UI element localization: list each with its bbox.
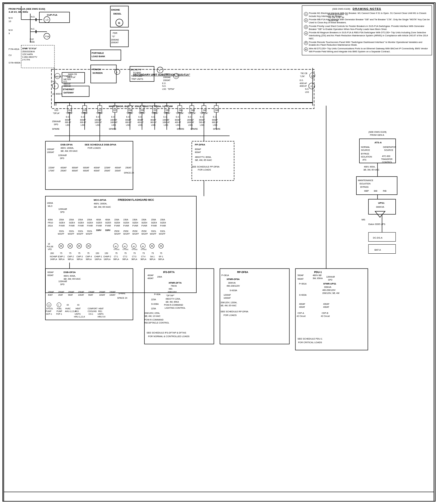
svg-text:96FLA: 96FLA xyxy=(86,258,92,260)
svg-text:TRANSFER: TRANSFER xyxy=(381,158,393,160)
svg-text:FVNR: FVNR xyxy=(114,225,120,227)
svg-text:180FLA: 180FLA xyxy=(95,258,102,260)
svg-text:SIZE5: SIZE5 xyxy=(96,222,102,224)
svg-text:800AF: 800AF xyxy=(126,119,131,121)
svg-text:02B: 02B xyxy=(83,109,87,111)
svg-text:PDU-1: PDU-1 xyxy=(314,271,322,274)
svg-text:400AT: 400AT xyxy=(299,306,306,308)
svg-text:75: 75 xyxy=(60,252,62,254)
svg-text:02D: 02D xyxy=(113,109,117,111)
svg-text:400AF: 400AF xyxy=(60,167,67,169)
svg-text:150AF: 150AF xyxy=(78,291,84,293)
svg-text:G: G xyxy=(118,21,120,24)
svg-text:120KA/Ø: 120KA/Ø xyxy=(58,280,67,282)
svg-text:800AT: 800AT xyxy=(195,151,201,153)
svg-text:300KVA: 300KVA xyxy=(228,282,236,284)
svg-text:FOP-1: FOP-1 xyxy=(56,313,62,315)
svg-text:400AF: 400AF xyxy=(115,167,121,169)
svg-text:BAT-A: BAT-A xyxy=(374,249,381,251)
svg-text:175AT: 175AT xyxy=(48,170,55,172)
svg-text:96FLA: 96FLA xyxy=(158,258,164,260)
svg-text:Z=5.75%: Z=5.75% xyxy=(22,59,30,61)
svg-text:FOR LOADS: FOR LOADS xyxy=(198,168,211,171)
svg-text:6 POLE: 6 POLE xyxy=(123,249,129,250)
svg-text:6 POLE: 6 POLE xyxy=(132,249,138,250)
svg-text:ISOLATION: ISOLATION xyxy=(359,183,371,185)
svg-text:POW-R-COMMAND: POW-R-COMMAND xyxy=(144,319,163,321)
svg-text:1600AT: 1600AT xyxy=(47,151,54,153)
svg-text:4.16kV-480/277V: 4.16kV-480/277V xyxy=(22,56,37,58)
svg-text:1600AF: 1600AF xyxy=(110,119,117,121)
svg-text:150AF: 150AF xyxy=(68,291,74,293)
svg-text:150A: 150A xyxy=(69,219,74,221)
svg-text:FROM GEN A: FROM GEN A xyxy=(370,134,384,136)
svg-text:COMFORT: COMFORT xyxy=(88,307,98,310)
svg-text:240FLA: 240FLA xyxy=(50,258,57,260)
svg-text:3R: 3R xyxy=(142,245,144,247)
from-psg-voltage: 4.16 kV, 3Ø, 60Hz xyxy=(8,11,28,13)
svg-text:10: 10 xyxy=(8,20,11,23)
svg-text:CWP-2: CWP-2 xyxy=(67,255,74,258)
svg-text:90AT: 90AT xyxy=(88,294,93,296)
svg-text:1600A: 1600A xyxy=(47,202,53,204)
svg-text:150A: 150A xyxy=(151,219,156,221)
svg-text:75: 75 xyxy=(115,252,118,254)
svg-text:150AF: 150AF xyxy=(109,291,116,293)
svg-text:XFMR-UPS1: XFMR-UPS1 xyxy=(323,282,336,285)
svg-text:480V, 600A,: 480V, 600A, xyxy=(364,166,375,168)
svg-text:FVNR: FVNR xyxy=(87,225,93,227)
svg-text:CWP-4: CWP-4 xyxy=(86,255,92,258)
svg-text:150: 150 xyxy=(105,252,108,254)
svg-text:208/120V, 1200A,: 208/120V, 1200A, xyxy=(221,301,237,304)
svg-text:FVNR: FVNR xyxy=(59,225,65,227)
svg-text:SPD: SPD xyxy=(54,123,58,125)
svg-text:250AT: 250AT xyxy=(104,170,111,172)
svg-text:96FLA: 96FLA xyxy=(77,258,83,260)
svg-text:FREEDOM FLASHGARD MCC: FREEDOM FLASHGARD MCC xyxy=(118,198,154,201)
svg-text:FVNR: FVNR xyxy=(78,225,84,227)
svg-text:RIB: RIB xyxy=(383,190,387,192)
svg-text:480V, 600A,: 480V, 600A, xyxy=(64,275,76,277)
svg-text:01D: 01D xyxy=(54,109,58,111)
svg-text:400AT: 400AT xyxy=(147,277,154,279)
svg-text:6 POLE: 6 POLE xyxy=(114,249,120,250)
svg-text:SPACE 2X: SPACE 2X xyxy=(117,297,128,299)
svg-text:SECONDARY UNIT SUBSTATION "SUS: SECONDARY UNIT SUBSTATION "SUS-F1A" xyxy=(133,73,190,76)
svg-text:75: 75 xyxy=(69,252,71,254)
svg-text:SPARE: SPARE xyxy=(177,128,184,130)
svg-text:CDP-A: CDP-A xyxy=(298,312,304,314)
svg-text:FR10: FR10 xyxy=(48,222,53,224)
svg-text:LIGHTING CONTROL: LIGHTING CONTROL xyxy=(165,307,185,309)
svg-text:VFD: VFD xyxy=(48,248,52,250)
svg-text:"DF5A": "DF5A" xyxy=(168,88,175,90)
svg-text:480V, 1600A,: 480V, 1600A, xyxy=(60,147,74,149)
svg-text:600AF: 600AF xyxy=(83,167,90,169)
svg-text:SSOL: SSOL xyxy=(87,230,93,232)
svg-text:S=833A: S=833A xyxy=(299,294,307,296)
svg-text:208/120V: 208/120V xyxy=(168,291,177,293)
svg-text:208/120V, 3Ø, 4W: 208/120V, 3Ø, 4W xyxy=(322,292,339,294)
svg-text:PORTABLE: PORTABLE xyxy=(92,52,104,54)
svg-text:LO: LO xyxy=(175,75,178,78)
svg-text:HRU-5-9: HRU-5-9 xyxy=(98,316,106,318)
svg-text:4000 AT: 4000 AT xyxy=(64,83,71,85)
svg-text:400A: 400A xyxy=(48,219,53,221)
svg-text:ISOLATION: ISOLATION xyxy=(361,156,372,158)
svg-text:FUEL: FUEL xyxy=(57,307,62,310)
svg-text:250AT: 250AT xyxy=(60,170,67,172)
svg-text:AHU-1,2,3,4: AHU-1,2,3,4 xyxy=(65,310,76,312)
svg-text:03B: 03B xyxy=(140,109,144,111)
svg-text:S=208A: S=208A xyxy=(151,303,159,305)
svg-text:REJ.: REJ. xyxy=(75,310,79,312)
svg-text:N.O.: N.O. xyxy=(162,85,166,87)
svg-text:3Ø, 4W, 65 KAIC: 3Ø, 4W, 65 KAIC xyxy=(60,150,78,152)
svg-text:HEAT: HEAT xyxy=(99,307,104,310)
svg-text:Eaton 9395 UPS: Eaton 9395 UPS xyxy=(368,223,385,226)
svg-text:4000 AE: 4000 AE xyxy=(64,85,71,87)
svg-text:MBP: MBP xyxy=(364,190,369,192)
svg-text:UNITS: UNITS xyxy=(75,313,81,315)
svg-text:400AF: 400AF xyxy=(94,167,100,169)
svg-text:FOR LOADS: FOR LOADS xyxy=(224,314,237,317)
svg-text:75: 75 xyxy=(124,252,127,254)
svg-text:E.O.: E.O. xyxy=(126,116,130,118)
